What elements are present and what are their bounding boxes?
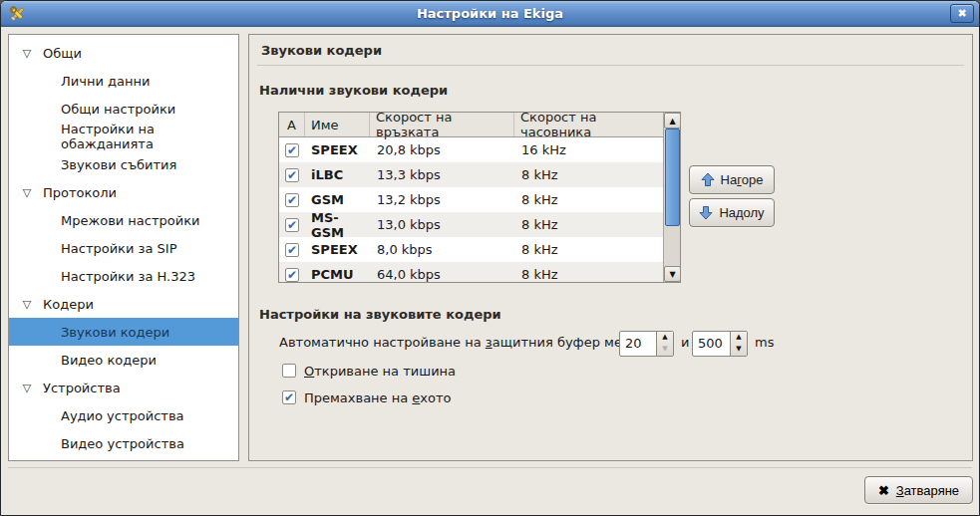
move-up-button[interactable]: Нагоре [689, 165, 775, 194]
page-title: Звукови кодери [261, 43, 382, 58]
sidebar-item-label: Звукови кодери [61, 325, 169, 340]
echo-cancellation-label: Премахване на ехото [304, 390, 452, 405]
check-icon: ✔ [287, 169, 297, 181]
spin-up-icon[interactable]: ▲ [731, 332, 747, 344]
silence-detection-option[interactable]: Откриване на тишина [282, 363, 456, 379]
table-row[interactable]: ✔ PCMU 64,0 kbps 8 kHz [279, 262, 665, 283]
codec-clockrate: 8 kHz [514, 167, 665, 182]
sidebar-item-label: Видео кодери [61, 353, 157, 368]
spin-down-icon[interactable]: ▼ [657, 344, 673, 356]
footer-separator [8, 467, 972, 468]
check-icon: ✔ [287, 144, 297, 156]
table-row[interactable]: ✔ SPEEX 8,0 kbps 8 kHz [279, 237, 665, 262]
spinner-buttons: ▲▼ [656, 332, 673, 356]
close-button[interactable]: ✖ Затваряне [864, 476, 973, 504]
scrollbar-thumb[interactable] [665, 129, 680, 226]
sidebar-item-label: Звукови събития [61, 157, 176, 172]
check-icon: ✔ [287, 244, 297, 256]
codec-bitrate: 8,0 kbps [370, 242, 514, 257]
column-header-bitrate[interactable]: Скорост на връзката [370, 113, 514, 136]
sidebar-item-label: Мрежови настройки [61, 213, 200, 228]
sidebar-item-label: Аудио устройства [61, 408, 184, 423]
sidebar-item-sip-settings[interactable]: Настройки за SIP [9, 234, 238, 262]
column-header-clockrate[interactable]: Скорост на часовника [514, 113, 663, 136]
expander-icon[interactable]: ▽ [19, 47, 35, 60]
codec-bitrate: 20,8 kbps [370, 142, 514, 157]
echo-cancellation-checkbox[interactable]: ✔ [282, 390, 296, 404]
codec-clockrate: 16 kHz [514, 142, 665, 157]
sidebar-item-general[interactable]: ▽ Общи [9, 39, 238, 67]
sidebar-item-label: Общи [43, 46, 82, 61]
sidebar-item-h323-settings[interactable]: Настройки за H.323 [9, 262, 238, 290]
down-arrow-icon [699, 205, 713, 220]
close-icon[interactable]: ✖ [950, 4, 974, 23]
table-row[interactable]: ✔ iLBC 13,3 kbps 8 kHz [279, 162, 665, 187]
codec-name: GSM [305, 192, 370, 207]
sidebar-item-label: Видео устройства [61, 436, 184, 451]
sidebar-item-protocols[interactable]: ▽ Протоколи [9, 178, 238, 206]
check-icon: ✔ [287, 269, 297, 281]
sidebar-item-label: Устройства [43, 381, 121, 395]
codec-enabled-checkbox[interactable]: ✔ [285, 243, 299, 257]
up-arrow-icon [701, 172, 715, 187]
codec-clockrate: 8 kHz [514, 267, 665, 282]
spin-down-icon[interactable]: ▼ [731, 344, 747, 356]
codec-table: A Име Скорост на връзката Скорост на час… [278, 112, 681, 283]
move-down-button[interactable]: Надолу [689, 198, 775, 227]
codec-enabled-checkbox[interactable]: ✔ [285, 218, 299, 232]
table-row[interactable]: ✔ MS-GSM 13,0 kbps 8 kHz [279, 212, 665, 237]
sidebar-item-sound-events[interactable]: Звукови събития [9, 150, 238, 178]
table-row[interactable]: ✔ SPEEX 20,8 kbps 16 kHz [279, 137, 665, 162]
expander-icon[interactable]: ▽ [19, 382, 35, 394]
codec-name: iLBC [305, 167, 370, 182]
sidebar-item-personal-data[interactable]: Лични данни [9, 67, 238, 95]
min-jitter-spinner[interactable]: 20 ▲▼ [619, 331, 674, 357]
sidebar-item-video-codecs[interactable]: Видео кодери [9, 346, 238, 374]
sidebar-item-video-devices[interactable]: Видео устройства [9, 429, 238, 457]
codec-name: SPEEX [305, 142, 370, 157]
sidebar-item-label: Лични данни [61, 74, 150, 89]
title-separator [257, 65, 964, 66]
column-header-name[interactable]: Име [305, 113, 370, 136]
codec-clockrate: 8 kHz [514, 217, 665, 232]
sidebar-item-label: Настройки за SIP [61, 241, 177, 256]
max-jitter-value[interactable]: 500 [693, 332, 730, 356]
sidebar-item-codecs[interactable]: ▽ Кодери [9, 290, 238, 318]
sidebar-item-label: Общи настройки [61, 102, 175, 117]
column-header-active[interactable]: A [279, 113, 305, 136]
sidebar-item-general-settings[interactable]: Общи настройки [9, 95, 238, 123]
min-jitter-value[interactable]: 20 [620, 332, 656, 356]
spin-up-icon[interactable]: ▲ [657, 332, 673, 344]
available-codecs-heading: Налични звукови кодери [259, 83, 448, 98]
ms-unit-label: ms [755, 335, 774, 350]
move-up-label: Нагоре [721, 172, 764, 187]
max-jitter-spinner[interactable]: 500 ▲▼ [692, 331, 748, 357]
sidebar-item-network-settings[interactable]: Мрежови настройки [9, 206, 238, 234]
jitter-buffer-row: Автоматично настройване на защитния буфе… [249, 331, 972, 357]
preferences-tree: ▽ Общи Лични данни Общи настройки Настро… [8, 34, 239, 461]
table-row[interactable]: ✔ GSM 13,2 kbps 8 kHz [279, 187, 665, 212]
vertical-scrollbar[interactable]: ▲ ▼ [663, 113, 680, 282]
scroll-down-icon[interactable]: ▼ [664, 266, 681, 282]
codec-enabled-checkbox[interactable]: ✔ [285, 168, 299, 182]
codec-bitrate: 13,3 kbps [370, 167, 514, 182]
scroll-up-icon[interactable]: ▲ [664, 113, 681, 129]
expander-icon[interactable]: ▽ [19, 186, 35, 199]
titlebar: Настройки на Ekiga ✖ [1, 1, 979, 27]
jitter-buffer-label: Автоматично настройване на защитния буфе… [279, 335, 650, 350]
codec-name: PCMU [305, 267, 370, 282]
sidebar-item-audio-codecs[interactable]: Звукови кодери [9, 318, 238, 346]
silence-detection-checkbox[interactable] [282, 364, 296, 378]
sidebar-item-devices[interactable]: ▽ Устройства [9, 374, 238, 401]
sidebar-item-audio-devices[interactable]: Аудио устройства [9, 401, 238, 429]
codec-enabled-checkbox[interactable]: ✔ [285, 193, 299, 207]
expander-icon[interactable]: ▽ [19, 298, 35, 311]
codec-enabled-checkbox[interactable]: ✔ [285, 143, 299, 157]
close-button-label: Затваряне [896, 483, 959, 498]
spinner-buttons: ▲▼ [730, 332, 747, 356]
sidebar-item-call-options[interactable]: Настройки на обажданията [9, 123, 238, 150]
silence-detection-label: Откриване на тишина [304, 364, 456, 379]
echo-cancellation-option[interactable]: ✔ Премахване на ехото [282, 389, 452, 405]
codec-clockrate: 8 kHz [514, 242, 665, 257]
codec-enabled-checkbox[interactable]: ✔ [285, 268, 299, 282]
